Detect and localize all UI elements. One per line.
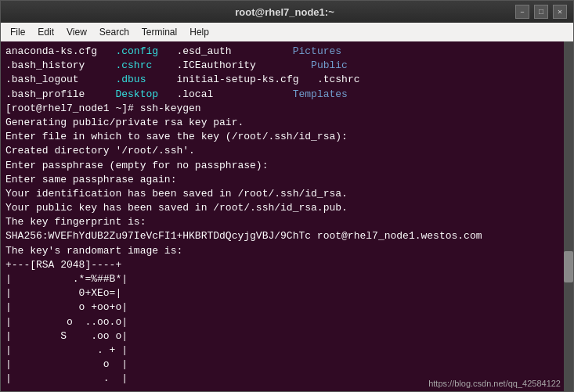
maximize-button[interactable]: □ [534, 5, 548, 19]
terminal-output: anaconda-ks.cfg .config .esd_auth Pictur… [5, 45, 569, 387]
titlebar-title: root@rhel7_node1:~ [235, 6, 334, 18]
menu-file[interactable]: File [4, 25, 31, 39]
menu-search[interactable]: Search [93, 25, 135, 39]
close-button[interactable]: ✕ [553, 5, 567, 19]
scrollbar-thumb[interactable] [564, 251, 573, 282]
titlebar: root@rhel7_node1:~ – □ ✕ [1, 1, 573, 23]
menu-edit[interactable]: Edit [31, 25, 60, 39]
watermark: https://blog.csdn.net/qq_42584122 [428, 379, 561, 388]
terminal-body[interactable]: anaconda-ks.cfg .config .esd_auth Pictur… [1, 41, 573, 391]
menu-help[interactable]: Help [183, 25, 215, 39]
terminal-window: root@rhel7_node1:~ – □ ✕ File Edit View … [0, 0, 574, 392]
menubar: File Edit View Search Terminal Help [1, 23, 573, 41]
menu-terminal[interactable]: Terminal [135, 25, 183, 39]
scrollbar[interactable] [564, 41, 573, 391]
menu-view[interactable]: View [60, 25, 93, 39]
minimize-button[interactable]: – [515, 5, 529, 19]
titlebar-controls[interactable]: – □ ✕ [515, 5, 567, 19]
